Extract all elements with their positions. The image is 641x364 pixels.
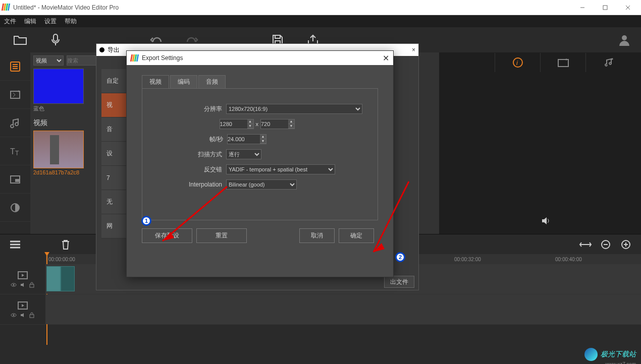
video-thumb-label: 2d161a817b7a2c8 bbox=[33, 169, 84, 175]
nav-text[interactable]: TT bbox=[0, 137, 30, 165]
tab-encode[interactable]: 编码 bbox=[170, 75, 197, 88]
media-type-select[interactable]: 视频 bbox=[33, 55, 64, 66]
video-track-icon bbox=[17, 271, 28, 280]
save-preset-button[interactable]: 保存预设 bbox=[142, 228, 192, 243]
timeline-clip[interactable] bbox=[46, 266, 75, 291]
lock-icon[interactable] bbox=[29, 282, 35, 288]
dialog-title: Export Settings bbox=[142, 54, 183, 62]
window-title: Untitled* - MovieMator Video Editor Pro bbox=[13, 4, 571, 11]
by-label: x bbox=[256, 121, 259, 127]
open-folder-button[interactable] bbox=[10, 30, 30, 50]
menu-help[interactable]: 帮助 bbox=[65, 17, 77, 26]
minimize-button[interactable] bbox=[571, 0, 594, 15]
svg-text:T: T bbox=[10, 147, 15, 156]
eye-icon[interactable] bbox=[11, 282, 17, 288]
svg-text:T: T bbox=[15, 150, 19, 157]
scan-label: 扫描方式 bbox=[198, 150, 222, 159]
interpolation-select[interactable]: Bilinear (good) bbox=[226, 179, 297, 190]
maximize-button[interactable] bbox=[594, 0, 616, 15]
video-thumb[interactable] bbox=[33, 131, 84, 168]
deinterlace-label: 反交错 bbox=[204, 165, 222, 174]
watermark-url: www.xz7.com bbox=[605, 361, 636, 364]
dialog-icon bbox=[99, 47, 104, 52]
menu-settings[interactable]: 设置 bbox=[44, 17, 57, 26]
track-head bbox=[0, 294, 45, 324]
ruler-tick: 00:00:40:00 bbox=[555, 257, 582, 262]
export-dialog-title: 导出 bbox=[108, 46, 120, 54]
menu-file[interactable]: 文件 bbox=[4, 17, 16, 26]
annotation-1: 1 bbox=[141, 216, 151, 226]
watermark: 极光下载站 www.xz7.com bbox=[584, 348, 636, 361]
app-logo-icon bbox=[131, 54, 139, 62]
svg-rect-14 bbox=[15, 179, 19, 182]
window-titlebar: Untitled* - MovieMator Video Editor Pro bbox=[0, 0, 641, 15]
menu-bar: 文件 编辑 设置 帮助 bbox=[0, 15, 641, 27]
svg-point-29 bbox=[13, 284, 15, 285]
tab-video[interactable]: 视频 bbox=[142, 75, 169, 88]
left-nav: TT bbox=[0, 52, 30, 234]
svg-rect-34 bbox=[30, 315, 34, 318]
export-settings-dialog: Export Settings ✕ 视频 编码 音频 分辨率 1280x720(… bbox=[126, 50, 394, 277]
svg-rect-4 bbox=[54, 34, 58, 41]
tab-video-fx[interactable] bbox=[540, 53, 585, 72]
resolution-select[interactable]: 1280x720(16:9) bbox=[226, 104, 362, 114]
ok-button[interactable]: 确定 bbox=[339, 228, 374, 243]
resolution-label: 分辨率 bbox=[204, 105, 222, 113]
ruler-tick: 00:00:32:00 bbox=[454, 257, 481, 262]
svg-point-33 bbox=[13, 314, 15, 316]
deinterlace-select[interactable]: YADIF - temporal + spatial (best bbox=[226, 164, 335, 174]
user-avatar-icon[interactable] bbox=[618, 33, 631, 46]
video-track-icon bbox=[17, 301, 28, 310]
zoom-in-button[interactable] bbox=[616, 234, 636, 255]
zoom-out-button[interactable] bbox=[596, 234, 616, 255]
scan-select[interactable]: 逐行 bbox=[226, 149, 261, 159]
svg-rect-1 bbox=[603, 6, 607, 10]
video-tab-panel: 分辨率 1280x720(16:9) ▲▼ x ▲▼ 帧/秒 ▲▼ 扫描方式 逐… bbox=[142, 89, 378, 220]
record-button[interactable] bbox=[45, 30, 66, 50]
tab-info[interactable]: i bbox=[495, 53, 540, 72]
preview-panel: i bbox=[439, 52, 641, 234]
cancel-button[interactable]: 取消 bbox=[299, 228, 335, 243]
export-close-button[interactable]: × bbox=[412, 46, 415, 53]
fps-label: 帧/秒 bbox=[209, 135, 223, 144]
reset-button[interactable]: 重置 bbox=[196, 228, 247, 243]
track-head bbox=[0, 264, 45, 294]
fit-button[interactable] bbox=[575, 234, 596, 255]
svg-rect-18 bbox=[558, 59, 568, 67]
close-button[interactable] bbox=[616, 0, 639, 15]
volume-icon[interactable] bbox=[541, 216, 550, 225]
fps-input[interactable]: ▲▼ bbox=[227, 134, 266, 144]
track-body[interactable] bbox=[45, 294, 641, 324]
video-track-2 bbox=[0, 294, 641, 325]
width-input[interactable]: ▲▼ bbox=[220, 119, 254, 129]
nav-color[interactable] bbox=[0, 194, 30, 222]
ruler-tick: 00:00:00:00 bbox=[48, 257, 75, 262]
mute-icon[interactable] bbox=[20, 312, 26, 318]
svg-text:i: i bbox=[516, 59, 518, 67]
dialog-close-button[interactable]: ✕ bbox=[383, 53, 389, 63]
svg-point-5 bbox=[622, 35, 627, 40]
menu-edit[interactable]: 编辑 bbox=[24, 17, 36, 26]
delete-button[interactable] bbox=[56, 234, 76, 255]
output-file-button[interactable]: 出文件 bbox=[384, 276, 414, 288]
svg-point-16 bbox=[513, 58, 522, 67]
dialog-titlebar: Export Settings ✕ bbox=[127, 51, 393, 65]
mute-icon[interactable] bbox=[20, 282, 26, 288]
nav-music[interactable] bbox=[0, 109, 30, 137]
app-logo-icon bbox=[2, 4, 10, 12]
svg-rect-30 bbox=[30, 284, 34, 287]
eye-icon[interactable] bbox=[11, 312, 17, 318]
nav-effects[interactable] bbox=[0, 81, 30, 109]
lock-icon[interactable] bbox=[29, 312, 35, 318]
tab-audio[interactable]: 音频 bbox=[198, 75, 226, 88]
annotation-2: 2 bbox=[395, 252, 405, 262]
nav-pip[interactable] bbox=[0, 165, 30, 194]
nav-media[interactable] bbox=[0, 52, 30, 81]
color-thumb-blue[interactable] bbox=[33, 69, 84, 104]
timeline-menu-button[interactable] bbox=[5, 234, 25, 255]
interpolation-label: Interpolation bbox=[189, 181, 222, 188]
tab-audio-fx[interactable] bbox=[585, 53, 631, 72]
height-input[interactable]: ▲▼ bbox=[260, 119, 295, 129]
watermark-logo-icon bbox=[584, 348, 598, 361]
watermark-text: 极光下载站 bbox=[601, 350, 636, 359]
